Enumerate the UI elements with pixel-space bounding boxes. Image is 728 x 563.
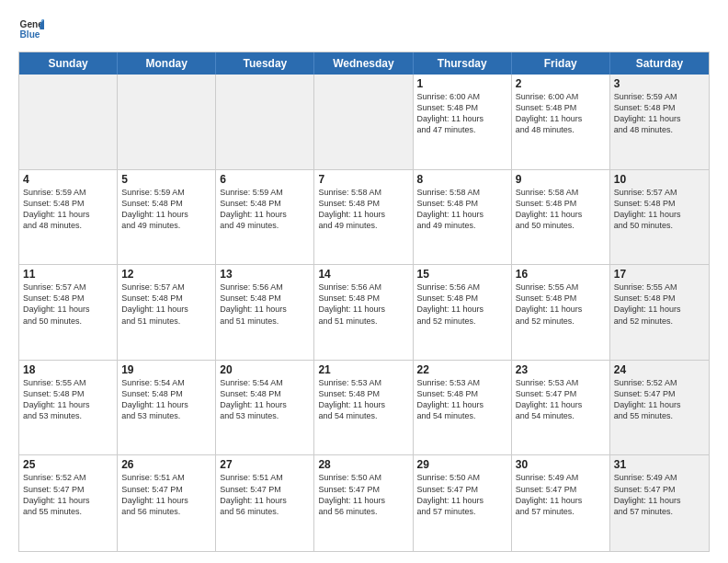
day-number: 22 — [417, 363, 507, 376]
cell-info: Sunrise: 5:53 AM Sunset: 5:47 PM Dayligh… — [516, 377, 606, 422]
cell-info: Sunrise: 5:53 AM Sunset: 5:48 PM Dayligh… — [417, 377, 507, 422]
cal-cell-6: 6Sunrise: 5:59 AM Sunset: 5:48 PM Daylig… — [216, 170, 314, 265]
header-day-tuesday: Tuesday — [216, 52, 314, 75]
header-day-monday: Monday — [118, 52, 216, 75]
week-row-4: 25Sunrise: 5:52 AM Sunset: 5:47 PM Dayli… — [19, 455, 709, 551]
day-number: 14 — [318, 268, 408, 281]
day-number: 13 — [220, 268, 310, 281]
cal-cell-13: 13Sunrise: 5:56 AM Sunset: 5:48 PM Dayli… — [216, 265, 314, 360]
cell-info: Sunrise: 5:49 AM Sunset: 5:47 PM Dayligh… — [516, 472, 606, 517]
cell-info: Sunrise: 5:59 AM Sunset: 5:48 PM Dayligh… — [614, 91, 705, 136]
cell-info: Sunrise: 6:00 AM Sunset: 5:48 PM Dayligh… — [516, 91, 606, 136]
day-number: 11 — [23, 268, 113, 281]
day-number: 15 — [417, 268, 507, 281]
cell-info: Sunrise: 5:49 AM Sunset: 5:47 PM Dayligh… — [614, 472, 705, 517]
day-number: 20 — [220, 363, 310, 376]
header-day-thursday: Thursday — [414, 52, 512, 75]
calendar: SundayMondayTuesdayWednesdayThursdayFrid… — [18, 52, 710, 552]
week-row-1: 4Sunrise: 5:59 AM Sunset: 5:48 PM Daylig… — [19, 170, 709, 266]
cell-info: Sunrise: 5:55 AM Sunset: 5:48 PM Dayligh… — [516, 282, 606, 327]
cell-info: Sunrise: 5:56 AM Sunset: 5:48 PM Dayligh… — [417, 282, 507, 327]
cal-cell-14: 14Sunrise: 5:56 AM Sunset: 5:48 PM Dayli… — [314, 265, 413, 360]
day-number: 29 — [417, 458, 507, 471]
day-number: 16 — [516, 268, 606, 281]
cal-cell-3: 3Sunrise: 5:59 AM Sunset: 5:48 PM Daylig… — [610, 75, 709, 169]
cal-cell-29: 29Sunrise: 5:50 AM Sunset: 5:47 PM Dayli… — [414, 455, 512, 551]
cal-cell-16: 16Sunrise: 5:55 AM Sunset: 5:48 PM Dayli… — [512, 265, 610, 360]
page: General Blue SundayMondayTuesdayWednesda… — [0, 0, 728, 563]
cal-cell-9: 9Sunrise: 5:58 AM Sunset: 5:48 PM Daylig… — [512, 170, 610, 265]
day-number: 30 — [516, 458, 606, 471]
day-number: 25 — [23, 458, 113, 471]
cal-cell-17: 17Sunrise: 5:55 AM Sunset: 5:48 PM Dayli… — [610, 265, 709, 360]
day-number: 5 — [121, 173, 211, 186]
day-number: 3 — [614, 77, 705, 90]
cell-info: Sunrise: 5:58 AM Sunset: 5:48 PM Dayligh… — [318, 187, 408, 232]
cell-info: Sunrise: 5:53 AM Sunset: 5:48 PM Dayligh… — [318, 377, 408, 422]
day-number: 7 — [318, 173, 408, 186]
cal-cell-2: 2Sunrise: 6:00 AM Sunset: 5:48 PM Daylig… — [512, 75, 610, 169]
day-number: 6 — [220, 173, 310, 186]
cal-cell-empty-0-2 — [216, 75, 314, 169]
cal-cell-21: 21Sunrise: 5:53 AM Sunset: 5:48 PM Dayli… — [314, 361, 413, 455]
cell-info: Sunrise: 5:57 AM Sunset: 5:48 PM Dayligh… — [614, 187, 705, 232]
cell-info: Sunrise: 5:57 AM Sunset: 5:48 PM Dayligh… — [121, 282, 211, 327]
day-number: 21 — [318, 363, 408, 376]
cell-info: Sunrise: 5:58 AM Sunset: 5:48 PM Dayligh… — [516, 187, 606, 232]
logo: General Blue — [18, 17, 50, 42]
cell-info: Sunrise: 5:55 AM Sunset: 5:48 PM Dayligh… — [614, 282, 705, 327]
cal-cell-26: 26Sunrise: 5:51 AM Sunset: 5:47 PM Dayli… — [118, 455, 216, 551]
cal-cell-1: 1Sunrise: 6:00 AM Sunset: 5:48 PM Daylig… — [414, 75, 512, 169]
calendar-header: SundayMondayTuesdayWednesdayThursdayFrid… — [19, 52, 709, 75]
header-day-friday: Friday — [512, 52, 610, 75]
header-day-wednesday: Wednesday — [314, 52, 413, 75]
day-number: 4 — [23, 173, 113, 186]
cell-info: Sunrise: 6:00 AM Sunset: 5:48 PM Dayligh… — [417, 91, 507, 136]
day-number: 24 — [614, 363, 705, 376]
day-number: 17 — [614, 268, 705, 281]
cal-cell-8: 8Sunrise: 5:58 AM Sunset: 5:48 PM Daylig… — [414, 170, 512, 265]
cell-info: Sunrise: 5:52 AM Sunset: 5:47 PM Dayligh… — [23, 472, 113, 517]
cell-info: Sunrise: 5:58 AM Sunset: 5:48 PM Dayligh… — [417, 187, 507, 232]
day-number: 10 — [614, 173, 705, 186]
header-day-sunday: Sunday — [19, 52, 118, 75]
day-number: 28 — [318, 458, 408, 471]
day-number: 9 — [516, 173, 606, 186]
day-number: 8 — [417, 173, 507, 186]
cal-cell-28: 28Sunrise: 5:50 AM Sunset: 5:47 PM Dayli… — [314, 455, 413, 551]
cal-cell-31: 31Sunrise: 5:49 AM Sunset: 5:47 PM Dayli… — [610, 455, 709, 551]
cal-cell-27: 27Sunrise: 5:51 AM Sunset: 5:47 PM Dayli… — [216, 455, 314, 551]
cal-cell-11: 11Sunrise: 5:57 AM Sunset: 5:48 PM Dayli… — [19, 265, 118, 360]
cell-info: Sunrise: 5:52 AM Sunset: 5:47 PM Dayligh… — [614, 377, 705, 422]
cell-info: Sunrise: 5:51 AM Sunset: 5:47 PM Dayligh… — [220, 472, 310, 517]
day-number: 12 — [121, 268, 211, 281]
cell-info: Sunrise: 5:50 AM Sunset: 5:47 PM Dayligh… — [318, 472, 408, 517]
week-row-3: 18Sunrise: 5:55 AM Sunset: 5:48 PM Dayli… — [19, 361, 709, 456]
day-number: 31 — [614, 458, 705, 471]
cal-cell-24: 24Sunrise: 5:52 AM Sunset: 5:47 PM Dayli… — [610, 361, 709, 455]
cal-cell-18: 18Sunrise: 5:55 AM Sunset: 5:48 PM Dayli… — [19, 361, 118, 455]
cal-cell-empty-0-0 — [19, 75, 118, 169]
cell-info: Sunrise: 5:55 AM Sunset: 5:48 PM Dayligh… — [23, 377, 113, 422]
calendar-body: 1Sunrise: 6:00 AM Sunset: 5:48 PM Daylig… — [19, 75, 709, 551]
cell-info: Sunrise: 5:56 AM Sunset: 5:48 PM Dayligh… — [318, 282, 408, 327]
week-row-0: 1Sunrise: 6:00 AM Sunset: 5:48 PM Daylig… — [19, 75, 709, 170]
day-number: 26 — [121, 458, 211, 471]
cal-cell-7: 7Sunrise: 5:58 AM Sunset: 5:48 PM Daylig… — [314, 170, 413, 265]
cell-info: Sunrise: 5:59 AM Sunset: 5:48 PM Dayligh… — [220, 187, 310, 232]
cal-cell-empty-0-3 — [314, 75, 413, 169]
cal-cell-20: 20Sunrise: 5:54 AM Sunset: 5:48 PM Dayli… — [216, 361, 314, 455]
cell-info: Sunrise: 5:51 AM Sunset: 5:47 PM Dayligh… — [121, 472, 211, 517]
cal-cell-12: 12Sunrise: 5:57 AM Sunset: 5:48 PM Dayli… — [118, 265, 216, 360]
cell-info: Sunrise: 5:50 AM Sunset: 5:47 PM Dayligh… — [417, 472, 507, 517]
cell-info: Sunrise: 5:59 AM Sunset: 5:48 PM Dayligh… — [121, 187, 211, 232]
day-number: 27 — [220, 458, 310, 471]
cal-cell-19: 19Sunrise: 5:54 AM Sunset: 5:48 PM Dayli… — [118, 361, 216, 455]
cell-info: Sunrise: 5:57 AM Sunset: 5:48 PM Dayligh… — [23, 282, 113, 327]
cal-cell-10: 10Sunrise: 5:57 AM Sunset: 5:48 PM Dayli… — [610, 170, 709, 265]
svg-text:Blue: Blue — [20, 29, 40, 40]
cal-cell-30: 30Sunrise: 5:49 AM Sunset: 5:47 PM Dayli… — [512, 455, 610, 551]
cal-cell-5: 5Sunrise: 5:59 AM Sunset: 5:48 PM Daylig… — [118, 170, 216, 265]
cell-info: Sunrise: 5:54 AM Sunset: 5:48 PM Dayligh… — [121, 377, 211, 422]
day-number: 2 — [516, 77, 606, 90]
